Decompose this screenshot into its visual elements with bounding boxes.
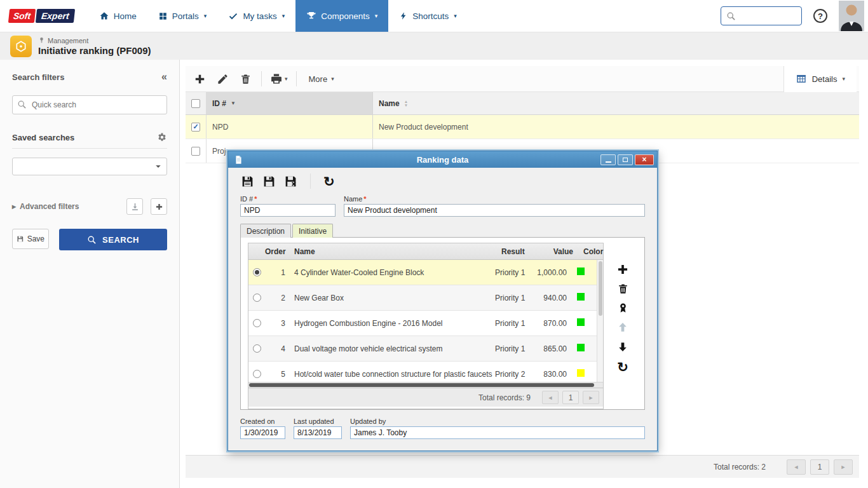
- initiative-row[interactable]: 1 4 Cylinder Water-Cooled Engine Block P…: [248, 260, 603, 285]
- row-name: Hydrogen Combustion Engine - 2016 Model: [289, 319, 494, 328]
- quick-search-input[interactable]: [12, 95, 167, 114]
- row-checkbox[interactable]: [191, 147, 200, 156]
- row-result: Priority 1: [494, 294, 532, 302]
- column-color[interactable]: Color: [578, 247, 603, 256]
- search-icon: [17, 100, 27, 111]
- save-and-close-button[interactable]: [284, 175, 297, 188]
- horizontal-scrollbar[interactable]: [248, 382, 603, 388]
- nav-my-tasks[interactable]: My tasks ▾: [217, 0, 295, 32]
- plus-icon: [616, 263, 629, 276]
- row-radio[interactable]: [253, 370, 261, 378]
- records-table-header: ID # ▼ Name ▲▼: [186, 92, 859, 115]
- row-radio[interactable]: [253, 319, 261, 327]
- column-header-name[interactable]: Name ▲▼: [373, 92, 859, 114]
- initiative-row[interactable]: 5 Hot/cold water tube connection structu…: [248, 362, 603, 382]
- collapse-panel-button[interactable]: «: [161, 71, 167, 83]
- edit-record-button[interactable]: [211, 67, 234, 90]
- minimize-button[interactable]: [600, 154, 616, 165]
- id-input[interactable]: [240, 204, 336, 217]
- gear-icon[interactable]: [157, 132, 167, 142]
- initiative-actions: ↻: [604, 243, 642, 409]
- row-value: 1,000.00: [532, 268, 571, 277]
- column-order[interactable]: Order: [265, 247, 289, 256]
- search-button[interactable]: SEARCH: [59, 229, 167, 250]
- initiative-row[interactable]: 2 New Gear Box Priority 1 940.00: [248, 285, 603, 311]
- close-button[interactable]: ×: [635, 154, 654, 165]
- column-header-id[interactable]: ID # ▼: [207, 92, 373, 114]
- advanced-filters-toggle[interactable]: ▸ Advanced filters: [12, 202, 79, 211]
- printer-icon: [270, 72, 283, 85]
- column-value[interactable]: Value: [538, 247, 578, 256]
- save-new-button[interactable]: [262, 175, 276, 188]
- add-record-button[interactable]: [188, 67, 211, 90]
- minimize-icon: [606, 161, 611, 163]
- rank-initiative-button[interactable]: [617, 302, 629, 314]
- dialog-titlebar[interactable]: Ranking data ×: [228, 151, 657, 168]
- details-view-button[interactable]: Details ▾: [783, 66, 857, 92]
- table-row[interactable]: ✓ NPD New Product development: [186, 115, 859, 139]
- tab-initiative[interactable]: Initiative: [292, 224, 333, 238]
- prev-page-button[interactable]: ◄: [787, 459, 806, 475]
- nav-components[interactable]: Components ▾: [295, 0, 388, 32]
- saved-searches-select[interactable]: [12, 158, 167, 175]
- add-initiative-button[interactable]: [616, 263, 629, 276]
- scrollbar-thumb[interactable]: [599, 261, 602, 316]
- tasks-check-icon: [228, 11, 238, 21]
- row-radio[interactable]: [253, 294, 261, 302]
- nav-home[interactable]: Home: [88, 0, 147, 32]
- print-button[interactable]: ▾: [266, 67, 292, 90]
- save-button[interactable]: [241, 175, 254, 188]
- row-checkbox[interactable]: ✓: [191, 123, 200, 132]
- nav-shortcuts[interactable]: Shortcuts ▾: [388, 0, 468, 32]
- initiative-row[interactable]: 4 Dual voltage motor vehicle electrical …: [248, 336, 603, 362]
- more-actions-button[interactable]: More ▾: [301, 67, 342, 90]
- add-filter-button[interactable]: [151, 198, 167, 215]
- global-search-box[interactable]: [721, 6, 802, 25]
- delete-initiative-button[interactable]: [617, 283, 629, 295]
- refresh-button[interactable]: ↻: [323, 175, 335, 188]
- toolbar-separator: [261, 71, 262, 86]
- initiative-row[interactable]: 3 Hydrogen Combustion Engine - 2016 Mode…: [248, 311, 603, 336]
- row-id: NPD: [212, 123, 228, 132]
- refresh-list-button[interactable]: ↻: [617, 360, 628, 374]
- home-icon: [99, 11, 109, 21]
- save-search-button[interactable]: Save: [12, 229, 49, 249]
- scrollbar-thumb[interactable]: [249, 383, 594, 387]
- softexpert-logo[interactable]: Soft Expert: [9, 9, 74, 23]
- help-button[interactable]: ?: [813, 9, 827, 23]
- vertical-scrollbar[interactable]: [597, 260, 603, 382]
- select-all-checkbox[interactable]: [191, 99, 200, 108]
- name-field-label: Name: [344, 195, 362, 203]
- lightning-icon: [399, 11, 408, 21]
- move-up-button[interactable]: [616, 321, 629, 334]
- row-name: 4 Cylinder Water-Cooled Engine Block: [289, 268, 494, 277]
- last-updated-label: Last updated: [294, 417, 342, 425]
- nav-portals[interactable]: Portals ▾: [147, 0, 218, 32]
- next-page-button[interactable]: ►: [834, 459, 853, 475]
- row-result: Priority 1: [494, 344, 532, 353]
- tab-description[interactable]: Description: [240, 224, 291, 238]
- prev-page-button[interactable]: ◄: [542, 391, 559, 404]
- name-input[interactable]: [344, 204, 645, 217]
- next-page-button[interactable]: ►: [583, 391, 599, 404]
- current-page: 1: [810, 459, 829, 475]
- refresh-icon: ↻: [617, 360, 628, 374]
- maximize-button[interactable]: [618, 154, 633, 165]
- management-icon: [38, 37, 45, 44]
- move-down-button[interactable]: [616, 341, 629, 353]
- caret-down-icon: ▾: [842, 76, 845, 82]
- row-radio[interactable]: [253, 344, 261, 353]
- column-name[interactable]: Name: [289, 247, 500, 256]
- dialog-title: Ranking data: [228, 155, 657, 165]
- global-search-input[interactable]: [736, 11, 793, 21]
- delete-record-button[interactable]: [234, 67, 257, 90]
- row-name: Dual voltage motor vehicle electrical sy…: [289, 344, 494, 353]
- import-filter-button[interactable]: [126, 198, 143, 215]
- breadcrumb: Management: [38, 37, 151, 44]
- row-radio[interactable]: [253, 268, 261, 276]
- save-icon: [17, 234, 24, 243]
- user-avatar[interactable]: [839, 1, 864, 31]
- saved-searches-label: Saved searches: [12, 133, 74, 142]
- updated-by-field: [350, 426, 645, 439]
- column-result[interactable]: Result: [500, 247, 538, 256]
